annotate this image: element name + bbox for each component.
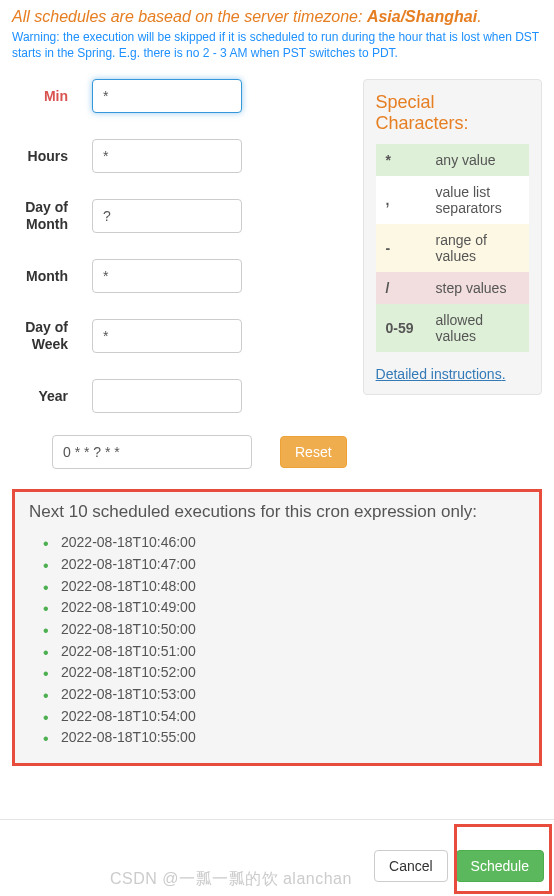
execution-item: 2022-08-18T10:51:00 — [61, 641, 525, 663]
year-input[interactable] — [92, 379, 242, 413]
special-char-symbol: 0-59 — [376, 304, 426, 352]
tz-suffix: . — [477, 8, 481, 25]
cron-expression-input[interactable] — [52, 435, 252, 469]
executions-title: Next 10 scheduled executions for this cr… — [29, 502, 525, 522]
special-char-row: 0-59allowed values — [376, 304, 529, 352]
special-char-desc: allowed values — [426, 304, 529, 352]
min-label: Min — [12, 88, 92, 105]
reset-button[interactable]: Reset — [280, 436, 347, 468]
special-char-symbol: , — [376, 176, 426, 224]
special-characters-panel: Special Characters: *any value,value lis… — [363, 79, 542, 395]
dom-label: Day of Month — [12, 199, 92, 233]
execution-item: 2022-08-18T10:46:00 — [61, 532, 525, 554]
tz-value: Asia/Shanghai — [367, 8, 477, 25]
watermark: CSDN @一瓢一瓢的饮 alanchan — [110, 869, 352, 890]
special-char-symbol: - — [376, 224, 426, 272]
execution-item: 2022-08-18T10:49:00 — [61, 597, 525, 619]
execution-item: 2022-08-18T10:50:00 — [61, 619, 525, 641]
dst-warning: Warning: the execution will be skipped i… — [12, 30, 542, 61]
special-char-row: -range of values — [376, 224, 529, 272]
execution-item: 2022-08-18T10:53:00 — [61, 684, 525, 706]
footer-actions: Cancel Schedule — [374, 850, 544, 882]
execution-item: 2022-08-18T10:55:00 — [61, 727, 525, 749]
footer-divider — [0, 819, 554, 820]
special-char-desc: any value — [426, 144, 529, 176]
special-char-row: *any value — [376, 144, 529, 176]
dom-input[interactable] — [92, 199, 242, 233]
special-characters-table: *any value,value list separators-range o… — [376, 144, 529, 352]
special-char-symbol: / — [376, 272, 426, 304]
detailed-instructions-link[interactable]: Detailed instructions. — [376, 366, 506, 382]
special-char-row: /step values — [376, 272, 529, 304]
executions-panel: Next 10 scheduled executions for this cr… — [12, 489, 542, 766]
year-label: Year — [12, 388, 92, 405]
cancel-button[interactable]: Cancel — [374, 850, 448, 882]
schedule-button[interactable]: Schedule — [456, 850, 544, 882]
special-char-desc: value list separators — [426, 176, 529, 224]
special-char-row: ,value list separators — [376, 176, 529, 224]
special-char-desc: step values — [426, 272, 529, 304]
special-char-desc: range of values — [426, 224, 529, 272]
min-input[interactable] — [92, 79, 242, 113]
execution-item: 2022-08-18T10:47:00 — [61, 554, 525, 576]
dow-input[interactable] — [92, 319, 242, 353]
month-label: Month — [12, 268, 92, 285]
hours-label: Hours — [12, 148, 92, 165]
hours-input[interactable] — [92, 139, 242, 173]
month-input[interactable] — [92, 259, 242, 293]
execution-item: 2022-08-18T10:48:00 — [61, 576, 525, 598]
executions-list: 2022-08-18T10:46:002022-08-18T10:47:0020… — [29, 532, 525, 749]
execution-item: 2022-08-18T10:52:00 — [61, 662, 525, 684]
tz-prefix: All schedules are basead on the server t… — [12, 8, 367, 25]
timezone-notice: All schedules are basead on the server t… — [12, 8, 542, 26]
special-char-symbol: * — [376, 144, 426, 176]
dow-label: Day of Week — [12, 319, 92, 353]
cron-fields-column: Min Hours Day of Month Month Day of Week… — [12, 79, 347, 469]
execution-item: 2022-08-18T10:54:00 — [61, 706, 525, 728]
special-title: Special Characters: — [376, 92, 529, 134]
